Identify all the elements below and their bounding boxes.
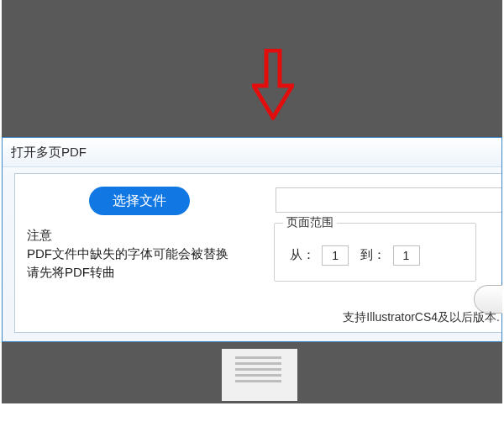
page-range-fieldset: 页面范围 从： 1 到： 1 [274, 223, 476, 282]
callout-arrow-icon [252, 49, 294, 120]
warning-block: 注意 PDF文件中缺失的字体可能会被替换 请先将PDF转曲 [27, 226, 262, 282]
file-path-input[interactable] [276, 187, 501, 213]
page-range-to-label: 到： [360, 247, 386, 261]
warning-line-2: 请先将PDF转曲 [27, 263, 262, 282]
dialog-title: 打开多页PDF [11, 145, 87, 159]
page-range-row: 从： 1 到： 1 [290, 245, 428, 266]
dialog-titlebar[interactable]: 打开多页PDF [3, 138, 501, 167]
support-text: 支持IllustratorCS4及以后版本. [343, 310, 500, 325]
choose-file-button[interactable]: 选择文件 [89, 187, 190, 215]
page-range-to-input[interactable]: 1 [393, 245, 420, 266]
dialog-body: 选择文件 注意 PDF文件中缺失的字体可能会被替换 请先将PDF转曲 页面范围 … [14, 173, 501, 333]
document-page-lines [235, 356, 281, 390]
page-range-from-input[interactable]: 1 [322, 245, 349, 266]
page-range-legend: 页面范围 [283, 215, 337, 230]
app-stage: 打开多页PDF 选择文件 注意 PDF文件中缺失的字体可能会被替换 请先将PDF… [0, 0, 504, 427]
warning-line-1: PDF文件中缺失的字体可能会被替换 [27, 245, 262, 263]
page-range-from-label: 从： [290, 247, 315, 261]
confirm-round-button[interactable] [474, 285, 502, 314]
open-multipage-pdf-dialog: 打开多页PDF 选择文件 注意 PDF文件中缺失的字体可能会被替换 请先将PDF… [2, 137, 502, 342]
warning-heading: 注意 [27, 226, 262, 245]
